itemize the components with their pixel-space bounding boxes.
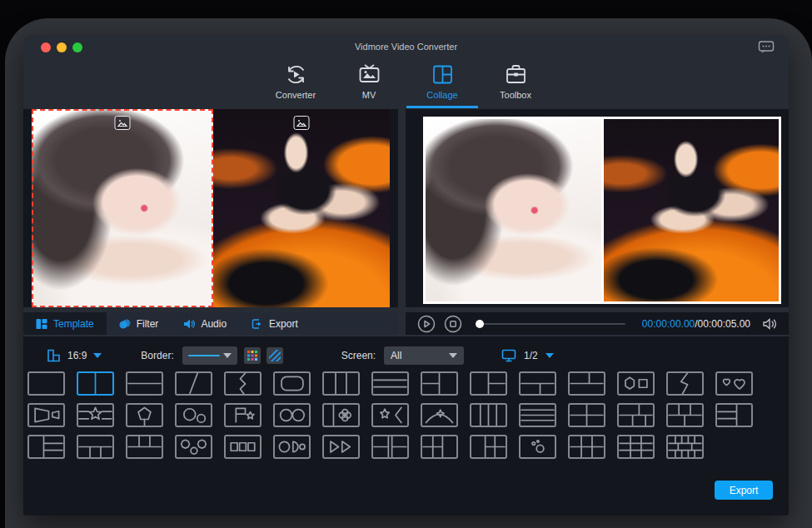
template-grid [27, 371, 753, 466]
template-diagonal[interactable] [175, 371, 212, 396]
aspect-ratio-icon [46, 348, 61, 363]
converter-icon [285, 63, 307, 86]
tab-template[interactable]: Template [23, 312, 107, 335]
template-rounded-inset[interactable] [273, 371, 311, 396]
feedback-bubble-icon[interactable] [758, 40, 775, 55]
template-hexagon-square[interactable] [617, 371, 655, 396]
chevron-down-icon [449, 353, 457, 358]
page-selector[interactable]: 1/2 [501, 348, 554, 363]
editor-tabstrip: Template Filter Audio [23, 312, 398, 335]
car-photo [213, 109, 390, 307]
stop-icon[interactable] [444, 315, 462, 333]
image-placeholder-icon[interactable] [294, 116, 310, 130]
template-rows-4[interactable] [519, 403, 556, 427]
chevron-down-icon [223, 353, 232, 358]
preview-car-photo [604, 119, 780, 301]
border-pattern-button[interactable] [267, 347, 283, 364]
tab-filter[interactable]: Filter [107, 312, 172, 335]
border-style-dropdown[interactable] [182, 346, 237, 365]
template-left-2x2-right-1[interactable] [421, 435, 458, 459]
active-tab-underline [406, 106, 478, 108]
nav-mv[interactable]: MV [336, 63, 402, 100]
total-time: /00:00:05.00 [695, 318, 750, 330]
seek-knob[interactable] [476, 320, 484, 328]
template-split-h2[interactable] [126, 371, 163, 396]
nav-collage[interactable]: Collage [409, 63, 476, 100]
bed-photo [32, 109, 213, 307]
volume-icon[interactable] [762, 317, 777, 331]
template-shapes-three[interactable] [175, 435, 212, 459]
template-top-2-bottom-1[interactable] [568, 371, 605, 396]
page-indicator: 1/2 [524, 350, 538, 361]
screen-dropdown[interactable]: All [384, 346, 464, 365]
editor-cell-car-photo[interactable] [213, 109, 390, 307]
template-arch-sparkle[interactable] [421, 403, 458, 427]
template-hearts[interactable] [715, 371, 753, 396]
template-grid-center-gap[interactable] [371, 435, 409, 459]
template-left-1-right-2rows[interactable] [470, 371, 507, 396]
template-clover[interactable] [322, 403, 360, 427]
template-rows-3[interactable] [371, 371, 409, 396]
color-palette-icon [247, 350, 258, 361]
template-flag-burst[interactable] [224, 403, 262, 427]
mv-icon [358, 63, 381, 86]
nav-converter[interactable]: Converter [262, 63, 329, 100]
template-split-v2[interactable] [77, 371, 114, 396]
seek-slider[interactable] [476, 318, 625, 330]
template-grid-mixed-a[interactable] [617, 403, 655, 427]
template-top-1-bottom-3[interactable] [77, 435, 114, 459]
template-left-1-right-3rows[interactable] [27, 435, 65, 459]
tab-audio-label: Audio [201, 318, 227, 330]
template-star-band[interactable] [77, 403, 114, 427]
nav-toolbox[interactable]: Toolbox [482, 63, 549, 100]
tab-template-label: Template [53, 318, 94, 330]
template-circles-two[interactable] [273, 403, 311, 427]
template-top-1-bottom-2[interactable] [519, 371, 556, 396]
template-trapezoids[interactable] [27, 403, 65, 427]
template-grid-3x3[interactable] [617, 435, 655, 459]
template-burst-chevron[interactable] [371, 403, 409, 427]
template-left-3rows-right-1[interactable] [715, 403, 753, 427]
seek-track[interactable] [476, 323, 625, 325]
border-line-swatch [188, 355, 220, 356]
template-top-3-bottom-1[interactable] [126, 435, 163, 459]
export-button[interactable]: Export [715, 481, 773, 500]
toolbox-icon [505, 63, 527, 86]
pattern-stripes-icon [269, 350, 281, 361]
play-icon[interactable] [417, 315, 436, 333]
chevron-down-icon [93, 353, 102, 358]
screen-value: All [391, 350, 401, 361]
nav-converter-label: Converter [276, 90, 316, 100]
aspect-ratio-control[interactable]: 16:9 [46, 348, 102, 363]
collage-preview-panel [406, 109, 789, 307]
template-cols-4[interactable] [470, 403, 507, 427]
window-title: Vidmore Video Converter [23, 42, 789, 52]
app-window: Vidmore Video Converter Converter [23, 35, 789, 516]
template-circles-big-small[interactable] [175, 403, 212, 427]
border-color-button[interactable] [244, 347, 261, 364]
titlebar: Vidmore Video Converter [23, 35, 789, 60]
template-curve-split[interactable] [224, 371, 262, 396]
preview-bed-photo [426, 119, 604, 301]
collage-icon [431, 63, 454, 86]
template-squares-three[interactable] [224, 435, 262, 459]
editor-cell-bed-photo[interactable] [32, 109, 213, 307]
template-cols-3[interactable] [322, 371, 360, 396]
template-single[interactable] [27, 371, 65, 396]
template-grid-3x2[interactable] [568, 435, 605, 459]
template-grid-mosaic[interactable] [666, 435, 704, 459]
template-circle-moon-dot[interactable] [273, 435, 311, 459]
tab-export[interactable]: Export [239, 312, 311, 335]
template-grid-mixed-b[interactable] [666, 403, 704, 427]
template-lightning[interactable] [666, 371, 704, 396]
template-left-2rows-right-1[interactable] [421, 371, 458, 396]
audio-icon [183, 318, 195, 330]
template-left-1-right-2x2[interactable] [470, 435, 507, 459]
template-grid-2x2[interactable] [568, 403, 605, 427]
template-arrows-right[interactable] [322, 435, 360, 459]
panel-divider [398, 109, 406, 307]
image-placeholder-icon[interactable] [115, 116, 131, 130]
tab-audio[interactable]: Audio [171, 312, 239, 335]
template-pentagon[interactable] [126, 403, 163, 427]
template-dots-scatter[interactable] [519, 435, 556, 459]
